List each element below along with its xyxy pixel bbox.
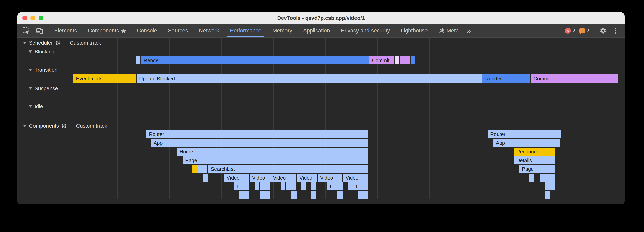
- searchlist-bar[interactable]: SearchList: [208, 165, 368, 173]
- tab-lighthouse[interactable]: Lighthouse: [396, 24, 433, 37]
- kebab-icon: [615, 27, 616, 29]
- reconnect-bar[interactable]: Reconnect: [514, 148, 555, 156]
- console-errors-badge[interactable]: × 2: [565, 27, 575, 34]
- collapse-triangle-icon[interactable]: [23, 42, 26, 44]
- flame-bar[interactable]: [198, 165, 207, 173]
- home-bar[interactable]: Home: [177, 148, 368, 156]
- flame-bar[interactable]: [348, 182, 353, 191]
- flame-bar[interactable]: [301, 182, 306, 191]
- video-bar[interactable]: Video: [318, 174, 342, 182]
- flame-bar[interactable]: [280, 182, 285, 191]
- tab-console[interactable]: Console: [132, 24, 162, 37]
- video-bar[interactable]: Video: [224, 174, 249, 182]
- error-icon: ×: [565, 28, 571, 34]
- flame-bar[interactable]: [312, 182, 316, 191]
- flame-bar[interactable]: [545, 191, 550, 199]
- track-subtitle: — Custom track: [69, 123, 107, 129]
- devtools-toolbar: ElementsComponentsConsoleSourcesNetworkP…: [18, 24, 624, 38]
- lane-idle[interactable]: Idle: [28, 103, 43, 111]
- minimize-window-button[interactable]: [30, 15, 35, 20]
- update-blocked-bar[interactable]: Update Blocked: [136, 75, 482, 83]
- tab-meta[interactable]: Meta: [433, 24, 464, 37]
- page-bar[interactable]: Page: [182, 156, 368, 164]
- flame-bar[interactable]: [411, 56, 415, 64]
- flame-bar[interactable]: [312, 191, 316, 199]
- react-atom-icon: [121, 28, 126, 33]
- more-options-button[interactable]: [611, 26, 620, 35]
- flame-bar[interactable]: [550, 182, 555, 191]
- flame-bar[interactable]: [540, 174, 550, 182]
- tab-components[interactable]: Components: [82, 24, 132, 37]
- flame-bar[interactable]: [338, 191, 343, 199]
- lane-transition[interactable]: Transition: [28, 66, 58, 74]
- video-bar[interactable]: Video: [297, 174, 317, 182]
- page-bar[interactable]: Page: [519, 165, 555, 173]
- lane-label: Blocking: [34, 49, 54, 55]
- inspect-icon: [22, 27, 30, 34]
- collapse-triangle-icon[interactable]: [23, 125, 26, 127]
- collapse-triangle-icon[interactable]: [28, 105, 32, 108]
- flame-bar[interactable]: [550, 174, 555, 182]
- tab-privacy-and-security[interactable]: Privacy and security: [336, 24, 396, 37]
- tab-label: Components: [88, 27, 119, 34]
- flame-bar[interactable]: [136, 56, 140, 64]
- tools-icon: [439, 27, 445, 34]
- flame-bar[interactable]: [255, 182, 259, 191]
- track-title: Scheduler: [29, 40, 53, 46]
- render-bar[interactable]: Render: [482, 75, 530, 83]
- more-tabs-button[interactable]: »: [464, 27, 473, 35]
- flame-bar[interactable]: [240, 191, 249, 199]
- app-bar[interactable]: App: [151, 139, 368, 147]
- flame-bar[interactable]: [260, 182, 270, 191]
- collapse-triangle-icon[interactable]: [28, 69, 32, 71]
- flame-bar[interactable]: [395, 56, 399, 64]
- lane-blocking[interactable]: Blocking: [28, 48, 54, 56]
- commit-bar[interactable]: Commit: [531, 75, 618, 83]
- tab-label: Application: [303, 27, 330, 34]
- l-bar[interactable]: L…: [354, 182, 368, 191]
- tab-memory[interactable]: Memory: [267, 24, 298, 37]
- flame-bar[interactable]: [260, 191, 270, 199]
- flame-bar[interactable]: [358, 191, 368, 199]
- scheduler-track-header[interactable]: Scheduler — Custom track: [23, 40, 101, 46]
- flame-bar[interactable]: [192, 165, 198, 173]
- l-bar[interactable]: L…: [327, 182, 343, 191]
- video-bar[interactable]: Video: [270, 174, 296, 182]
- video-bar[interactable]: Video: [343, 174, 368, 182]
- toolbar-divider: [46, 27, 46, 34]
- tab-elements[interactable]: Elements: [49, 24, 82, 37]
- video-bar[interactable]: Video: [250, 174, 270, 182]
- flame-bar[interactable]: [286, 182, 296, 191]
- tab-label: Sources: [168, 27, 188, 34]
- flame-bar[interactable]: [291, 191, 297, 199]
- lane-label: Suspense: [34, 85, 58, 92]
- flame-bar[interactable]: [400, 56, 410, 64]
- collapse-triangle-icon[interactable]: [28, 50, 32, 53]
- router-bar[interactable]: Router: [146, 130, 368, 138]
- router-bar[interactable]: Router: [488, 130, 560, 138]
- app-bar[interactable]: App: [493, 139, 560, 147]
- close-window-button[interactable]: [22, 15, 27, 20]
- lane-suspense[interactable]: Suspense: [28, 84, 58, 93]
- details-bar[interactable]: Details: [514, 156, 555, 164]
- flame-bar[interactable]: [545, 182, 550, 191]
- settings-button[interactable]: [598, 26, 608, 35]
- gridline: [481, 38, 482, 199]
- device-toolbar-button[interactable]: [35, 26, 44, 35]
- l-bar[interactable]: L…: [234, 182, 249, 191]
- flame-bar[interactable]: [203, 174, 208, 182]
- tab-network[interactable]: Network: [194, 24, 224, 37]
- inspect-element-button[interactable]: [22, 26, 30, 35]
- tab-sources[interactable]: Sources: [162, 24, 194, 37]
- issues-badge[interactable]: ! 2: [580, 27, 589, 34]
- collapse-triangle-icon[interactable]: [28, 87, 32, 90]
- tab-application[interactable]: Application: [298, 24, 336, 37]
- event-click-bar[interactable]: Event: click: [74, 75, 136, 83]
- commit-bar[interactable]: Commit: [369, 56, 394, 64]
- tab-performance[interactable]: Performance: [224, 24, 267, 37]
- render-bar[interactable]: Render: [141, 56, 369, 64]
- zoom-window-button[interactable]: [38, 15, 44, 20]
- flame-bar[interactable]: [529, 174, 534, 182]
- components-track-header[interactable]: Components — Custom track: [23, 123, 107, 129]
- tab-label: Console: [137, 27, 157, 34]
